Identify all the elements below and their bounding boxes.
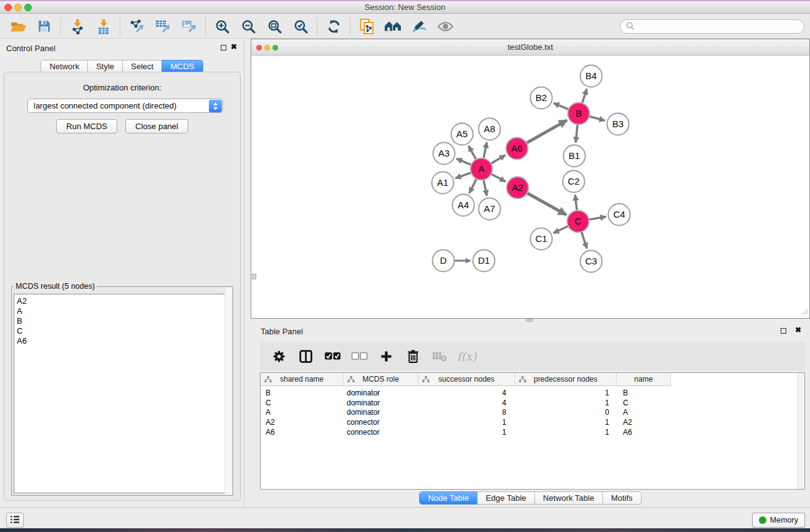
tab-mcds[interactable]: MCDS — [162, 60, 203, 73]
column-header-name[interactable]: name — [617, 373, 671, 386]
run-mcds-button[interactable]: Run MCDS — [56, 119, 117, 133]
column-header-predecessor-nodes[interactable]: predecessor nodes — [515, 373, 617, 386]
table-cell: 1 — [515, 399, 617, 407]
table-scrollbar[interactable] — [798, 373, 804, 489]
network-zoom-button[interactable] — [272, 45, 278, 51]
memory-button[interactable]: Memory — [752, 513, 805, 528]
tab-motifs[interactable]: Motifs — [602, 491, 642, 505]
graph-edge-A2-C[interactable] — [527, 193, 566, 215]
graph-edge-A-A6[interactable] — [491, 155, 505, 163]
export-image-button[interactable] — [176, 16, 202, 37]
mcds-result-item[interactable]: C — [14, 326, 230, 336]
select-all-rows-button[interactable] — [321, 344, 344, 368]
table-row[interactable]: A2connector11A2 — [261, 417, 804, 427]
table-settings-gear-button[interactable] — [268, 344, 291, 368]
graph-node-label: C2 — [567, 176, 579, 186]
tab-network-table[interactable]: Network Table — [534, 491, 603, 505]
graph-edge-A-A1[interactable] — [455, 173, 471, 178]
split-columns-button[interactable] — [294, 344, 317, 368]
graph-edge-B-B3[interactable] — [589, 117, 605, 121]
graph-node-label: B2 — [536, 92, 547, 103]
graph-edge-A-A4[interactable] — [470, 179, 477, 193]
table-panel-tabbar: Node TableEdge TableNetwork TableMotifs — [419, 491, 641, 505]
tab-network[interactable]: Network — [41, 60, 88, 73]
mcds-result-item[interactable]: A6 — [14, 336, 230, 346]
task-history-button[interactable] — [6, 513, 24, 528]
network-minimize-button[interactable] — [264, 45, 270, 51]
graph-node-label: A — [478, 163, 485, 174]
mcds-result-item[interactable]: A2 — [14, 296, 230, 306]
column-header-mcds-role[interactable]: MCDS role — [344, 373, 418, 386]
zoom-in-button[interactable] — [209, 16, 235, 37]
close-panel-button[interactable]: Close panel — [125, 119, 188, 133]
network-canvas[interactable]: B4B2BB3A8A5A6A3B1AC2A1A2A4A7C4CC1C3DD1 — [251, 56, 809, 318]
result-list-scrollbar[interactable] — [224, 288, 232, 495]
graph-edge-A-A5[interactable] — [468, 146, 476, 160]
tab-style[interactable]: Style — [87, 60, 123, 73]
save-session-button[interactable] — [31, 16, 57, 37]
table-cell: C — [261, 399, 344, 407]
zoom-out-button[interactable] — [235, 16, 261, 37]
show-graphics-button[interactable] — [432, 16, 458, 37]
network-close-button[interactable] — [256, 45, 262, 51]
export-image-icon — [181, 19, 197, 34]
zoom-window-button[interactable] — [24, 4, 32, 11]
add-column-button[interactable] — [375, 344, 398, 368]
float-panel-icon[interactable] — [221, 45, 226, 51]
graph-edge-A-A7[interactable] — [483, 180, 486, 196]
column-header-successor-nodes[interactable]: successor nodes — [418, 373, 515, 386]
table-row[interactable]: Adominator80A — [261, 407, 804, 417]
graph-edge-A-A3[interactable] — [456, 158, 471, 165]
float-table-panel-icon[interactable] — [781, 328, 786, 334]
criterion-dropdown-value: largest connected component (directed) — [34, 101, 176, 110]
graph-edge-C-C2[interactable] — [575, 195, 577, 210]
graph-edge-C-C1[interactable] — [553, 226, 568, 233]
table-row[interactable]: Bdominator41B — [261, 388, 804, 398]
canvas-edge-handle[interactable] — [252, 274, 256, 279]
table-row[interactable]: Cdominator41C — [261, 398, 804, 408]
graph-edge-A-A8[interactable] — [483, 142, 486, 158]
table-row[interactable]: A6connector11A6 — [261, 427, 804, 437]
import-network-button[interactable] — [64, 16, 90, 37]
zoom-selected-button[interactable] — [287, 16, 314, 37]
mcds-result-item[interactable]: B — [14, 316, 230, 326]
tab-select[interactable]: Select — [122, 60, 162, 73]
minimize-window-button[interactable] — [14, 4, 22, 11]
hierarchy-icon — [347, 376, 355, 385]
network-window-titlebar: testGlobe.txt — [251, 39, 809, 56]
graph-edge-B-B1[interactable] — [576, 124, 577, 142]
tab-node-table[interactable]: Node Table — [419, 491, 478, 505]
close-table-panel-icon[interactable]: ✖ — [795, 326, 801, 334]
graph-node-label: A6 — [511, 143, 523, 153]
tab-edge-table[interactable]: Edge Table — [477, 491, 535, 505]
open-file-button[interactable] — [5, 16, 31, 37]
graph-edge-A-A2[interactable] — [491, 174, 506, 181]
home-layout-button[interactable] — [380, 16, 406, 37]
graph-edge-B-B2[interactable] — [554, 103, 569, 109]
delete-column-button[interactable] — [402, 344, 425, 368]
pen-eye-button[interactable] — [406, 16, 432, 37]
search-input[interactable] — [637, 22, 798, 32]
graph-edge-C-C3[interactable] — [581, 232, 587, 249]
import-table-button[interactable] — [90, 16, 117, 37]
column-header-shared-name[interactable]: shared name — [261, 373, 344, 386]
zoom-selected-icon — [294, 19, 308, 34]
deselect-all-rows-button[interactable] — [348, 344, 371, 368]
export-table-button[interactable] — [150, 16, 176, 37]
graph-edge-A6-B[interactable] — [526, 120, 567, 143]
close-panel-icon[interactable]: ✖ — [231, 42, 237, 51]
table-cell: A2 — [261, 418, 344, 427]
graph-edge-B-B4[interactable] — [582, 89, 587, 103]
window-resize-grip[interactable] — [800, 306, 809, 317]
graph-edge-C-C4[interactable] — [589, 217, 606, 220]
mcds-result-item[interactable]: A — [14, 306, 230, 316]
zoom-fit-button[interactable] — [261, 16, 287, 37]
criterion-dropdown[interactable]: largest connected component (directed) — [27, 99, 223, 113]
export-network-button[interactable] — [123, 16, 150, 37]
close-window-button[interactable] — [4, 4, 12, 11]
refresh-view-button[interactable] — [321, 16, 347, 37]
duplicate-network-button[interactable] — [354, 16, 380, 37]
graph-node-label: C — [575, 216, 582, 226]
graph-node-label: B1 — [569, 150, 580, 161]
graph-node-label: A8 — [484, 123, 495, 134]
